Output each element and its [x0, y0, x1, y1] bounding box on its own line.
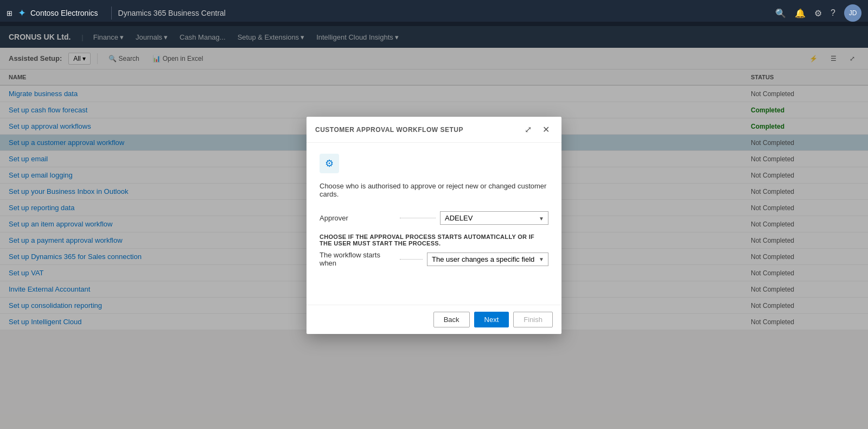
- approver-select[interactable]: ADELEV ADMIN MANAGER: [440, 211, 548, 225]
- modal-description: Choose who is authorised to approve or r…: [320, 182, 548, 198]
- workflow-starts-select[interactable]: The user changes a specific field The us…: [427, 253, 548, 266]
- approver-select-wrapper: ADELEV ADMIN MANAGER: [440, 211, 548, 225]
- next-button[interactable]: Next: [474, 312, 509, 327]
- bell-icon[interactable]: 🔔: [795, 8, 806, 18]
- field-dots: [400, 218, 436, 218]
- app-name: Dynamics 365 Business Central: [118, 9, 226, 17]
- expand-modal-button[interactable]: ⤢: [521, 123, 535, 136]
- nav-divider: [111, 7, 112, 20]
- search-icon[interactable]: 🔍: [775, 8, 786, 18]
- modal-header: CUSTOMER APPROVAL WORKFLOW SETUP ⤢ ✕: [307, 117, 561, 143]
- modal-overlay: CUSTOMER APPROVAL WORKFLOW SETUP ⤢ ✕ ⚙ C…: [0, 22, 868, 429]
- modal-title: CUSTOMER APPROVAL WORKFLOW SETUP: [315, 126, 463, 134]
- section-title: CHOOSE IF THE APPROVAL PROCESS STARTS AU…: [320, 234, 548, 247]
- settings-icon[interactable]: ⚙: [814, 8, 822, 18]
- avatar[interactable]: JD: [844, 4, 861, 22]
- approver-label: Approver: [320, 214, 395, 222]
- modal-body: ⚙ Choose who is authorised to approve or…: [307, 143, 561, 305]
- field-dots-2: [400, 259, 423, 260]
- modal-footer: Back Next Finish: [307, 305, 561, 334]
- top-nav-actions: 🔍 🔔 ⚙ ? JD: [775, 4, 861, 22]
- help-icon[interactable]: ?: [831, 8, 835, 18]
- finish-button[interactable]: Finish: [513, 312, 553, 327]
- workflow-starts-field: The workflow starts when The user change…: [320, 251, 548, 267]
- logo-icon: ✦: [18, 7, 26, 19]
- modal-gear-icon: ⚙: [320, 154, 339, 173]
- company-name[interactable]: Contoso Electronics: [30, 9, 98, 17]
- back-button[interactable]: Back: [433, 312, 470, 327]
- workflow-label: The workflow starts when: [320, 251, 395, 267]
- customer-approval-modal: CUSTOMER APPROVAL WORKFLOW SETUP ⤢ ✕ ⚙ C…: [307, 117, 561, 334]
- main-content: NAME STATUS Migrate business dataNot Com…: [0, 70, 868, 429]
- workflow-select-wrapper: The user changes a specific field The us…: [427, 253, 548, 266]
- modal-header-actions: ⤢ ✕: [521, 123, 553, 136]
- approver-field: Approver ADELEV ADMIN MANAGER: [320, 211, 548, 225]
- brand: ✦ Contoso Electronics: [18, 7, 98, 19]
- close-modal-button[interactable]: ✕: [539, 123, 553, 136]
- grid-icon[interactable]: ⊞: [7, 9, 12, 17]
